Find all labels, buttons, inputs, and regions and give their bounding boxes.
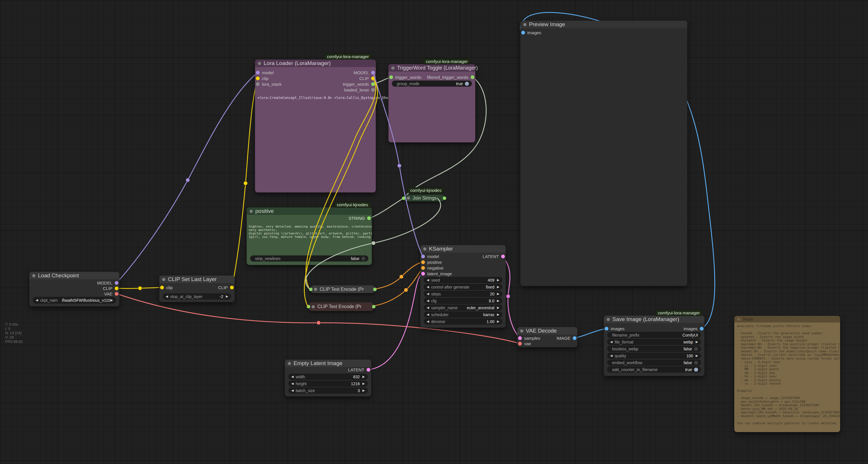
image-slot-icon[interactable]	[700, 327, 704, 330]
increment-arrow-icon[interactable]: ▶	[226, 295, 228, 298]
output-slot-model[interactable]: MODEL	[354, 70, 375, 75]
lora-stack-slot-icon[interactable]	[256, 82, 259, 86]
input-slot-negative[interactable]: negative	[421, 265, 444, 270]
model-slot-icon[interactable]	[115, 281, 119, 285]
increment-arrow-icon[interactable]: ▶	[497, 313, 499, 316]
clip-slot-icon[interactable]	[230, 286, 234, 289]
clip-slot-icon[interactable]	[256, 77, 259, 80]
output-slot-clip[interactable]: CLIP	[360, 76, 375, 81]
collapse-dot-icon[interactable]	[162, 278, 165, 281]
input-slot-clip[interactable]: clip	[256, 76, 269, 81]
denoise-widget[interactable]: ◀denoise1.00▶	[424, 318, 502, 324]
output-slot-clip[interactable]: CLIP	[218, 285, 234, 290]
output-slot-icon[interactable]	[443, 197, 446, 200]
input-slot-icon[interactable]	[307, 305, 310, 308]
increment-arrow-icon[interactable]: ▶	[696, 354, 698, 357]
loaded-loras-slot-icon[interactable]	[371, 88, 375, 92]
input-slot-images[interactable]: images	[521, 30, 541, 35]
decrement-arrow-icon[interactable]: ◀	[291, 389, 293, 392]
height-widget[interactable]: ◀height1216▶	[288, 381, 368, 387]
decrement-arrow-icon[interactable]: ◀	[291, 382, 293, 385]
latent-slot-icon[interactable]	[518, 336, 522, 340]
increment-arrow-icon[interactable]: ▶	[111, 298, 113, 302]
output-slot-latent[interactable]: LATENT	[483, 254, 505, 259]
scheduler-widget[interactable]: ◀schedulerkarras▶	[424, 312, 502, 318]
increment-arrow-icon[interactable]: ▶	[363, 382, 365, 385]
cfg-widget[interactable]: ◀cfg8.0▶	[424, 298, 502, 304]
quality-widget[interactable]: ◀quality100▶	[607, 353, 701, 359]
toggle-on-icon[interactable]	[694, 368, 698, 372]
trigger-words-slot-icon[interactable]	[389, 76, 393, 79]
filename-prefix-widget[interactable]: filename_prefixComfyUI	[607, 332, 701, 338]
image-slot-icon[interactable]	[573, 336, 577, 340]
collapse-dot-icon[interactable]	[523, 23, 526, 26]
node-positive-prompt[interactable]: comfyui-kjnodes positive STRING highres,…	[247, 207, 372, 265]
input-slot-lora-stack[interactable]: lora_stack	[256, 81, 281, 87]
group-mode-toggle[interactable]: group_mode true	[392, 81, 472, 87]
lossless-webp-toggle[interactable]: lossless_webpfalse	[607, 346, 701, 352]
filtered-trigger-words-slot-icon[interactable]	[471, 76, 474, 79]
increment-arrow-icon[interactable]: ▶	[497, 279, 499, 282]
note-text[interactable]: Available filename_prefix Pattern Codes …	[737, 324, 840, 431]
file-format-widget[interactable]: ◀file_formatwebp▶	[607, 339, 701, 345]
node-join-strings[interactable]: comfyui-kjnodes Join Strings	[403, 195, 445, 201]
embed-workflow-toggle[interactable]: embed_workflowfalse	[607, 359, 701, 366]
toggle-off-icon[interactable]	[694, 347, 698, 351]
output-slot-icon[interactable]	[373, 288, 377, 291]
output-slot-clip[interactable]: CLIP	[103, 286, 119, 291]
node-lora-loader[interactable]: comfyui-lora-manager Lora Loader (LoraMa…	[255, 60, 376, 193]
model-slot-icon[interactable]	[421, 255, 425, 258]
string-slot-icon[interactable]	[367, 216, 371, 220]
collapse-dot-icon[interactable]	[737, 318, 740, 321]
node-preview-image[interactable]: Preview Image images	[520, 21, 687, 286]
sampler-name-widget[interactable]: ◀sampler_nameeuler_ancestral▶	[424, 304, 502, 311]
decrement-arrow-icon[interactable]: ◀	[427, 279, 429, 282]
collapse-dot-icon[interactable]	[314, 288, 317, 291]
decrement-arrow-icon[interactable]: ◀	[427, 320, 429, 323]
collapse-dot-icon[interactable]	[258, 62, 261, 65]
decrement-arrow-icon[interactable]: ◀	[610, 354, 612, 357]
clip-slot-icon[interactable]	[371, 77, 375, 80]
input-slot-trigger-words[interactable]: trigger_words	[389, 75, 422, 80]
node-vae-decode[interactable]: VAE Decode samples vae IMAGE	[517, 327, 577, 347]
output-slot-filtered-trigger-words[interactable]: filtered_trigger_words	[427, 75, 474, 80]
output-slot-string[interactable]: STRING	[348, 215, 371, 221]
input-slot-positive[interactable]: positive	[421, 259, 442, 265]
input-slot-latent-image[interactable]: latent_image	[421, 271, 452, 276]
collapse-dot-icon[interactable]	[312, 305, 315, 308]
clip-slot-icon[interactable]	[160, 286, 164, 289]
node-ksampler[interactable]: KSampler model positive negative latent_…	[420, 245, 506, 328]
increment-arrow-icon[interactable]: ▶	[497, 292, 499, 295]
node-load-checkpoint[interactable]: Load Checkpoint MODEL CLIP VAE ◀ ckpt_na…	[29, 272, 119, 307]
decrement-arrow-icon[interactable]: ◀	[165, 295, 168, 298]
input-slot-clip[interactable]: clip	[160, 285, 173, 290]
decrement-arrow-icon[interactable]: ◀	[427, 285, 429, 289]
increment-arrow-icon[interactable]: ▶	[497, 299, 499, 302]
increment-arrow-icon[interactable]: ▶	[497, 285, 499, 289]
collapse-dot-icon[interactable]	[391, 66, 395, 69]
increment-arrow-icon[interactable]: ▶	[363, 389, 365, 392]
output-slot-icon[interactable]	[372, 305, 375, 308]
collapse-dot-icon[interactable]	[407, 197, 410, 200]
collapse-dot-icon[interactable]	[607, 318, 610, 321]
output-slot-images[interactable]: images	[684, 326, 704, 331]
node-save-image[interactable]: comfyui-lora-manager Save Image (LoraMan…	[604, 316, 704, 376]
image-slot-icon[interactable]	[521, 31, 525, 34]
width-widget[interactable]: ◀width832▶	[288, 374, 368, 380]
model-slot-icon[interactable]	[371, 71, 375, 75]
collapse-dot-icon[interactable]	[288, 362, 291, 365]
add-counter-to-filename-toggle[interactable]: add_counter_to_filenametrue	[607, 367, 701, 373]
clip-slot-icon[interactable]	[115, 287, 119, 290]
image-slot-icon[interactable]	[604, 327, 609, 330]
decrement-arrow-icon[interactable]: ◀	[36, 298, 38, 302]
decrement-arrow-icon[interactable]: ◀	[427, 292, 429, 295]
vae-slot-icon[interactable]	[518, 342, 522, 346]
decrement-arrow-icon[interactable]: ◀	[427, 306, 429, 309]
input-slot-icon[interactable]	[309, 288, 312, 291]
output-slot-vae[interactable]: VAE	[104, 291, 119, 296]
toggle-on-icon[interactable]	[465, 82, 469, 86]
input-slot-model[interactable]: model	[256, 70, 274, 75]
output-slot-trigger-words[interactable]: trigger_words	[343, 81, 375, 87]
conditioning-slot-icon[interactable]	[421, 266, 425, 270]
decrement-arrow-icon[interactable]: ◀	[427, 299, 429, 302]
